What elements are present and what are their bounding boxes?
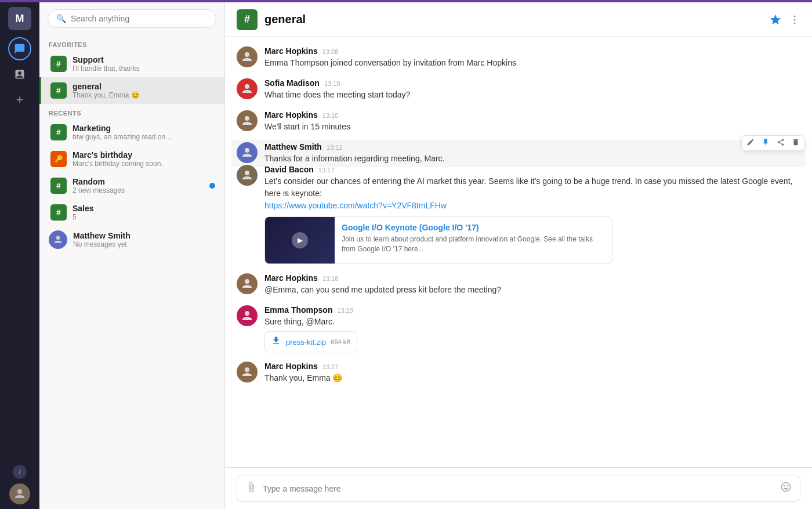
channel-icon-support: # xyxy=(50,56,67,72)
message-group-1: Marc Hopkins 13:08 Emma Thompson joined … xyxy=(237,46,800,69)
message-group-5: David Bacon 13:17 Let's consider our cha… xyxy=(237,165,800,264)
msg-author-1: Marc Hopkins xyxy=(264,46,318,56)
sidebar-item-general[interactable]: # general Thank you, Emma 😊 xyxy=(39,77,224,104)
svg-point-11 xyxy=(245,311,249,316)
sidebar-item-marketing[interactable]: # Marketing btw guys, an amazing read on… xyxy=(39,119,224,146)
message-actions-4 xyxy=(741,135,805,151)
msg-time-2: 13:10 xyxy=(324,80,340,87)
message-group-6: Marc Hopkins 13:18 @Emma, can you send m… xyxy=(237,273,800,296)
msg-time-3: 13:10 xyxy=(322,112,339,119)
msg-avatar-7 xyxy=(237,305,258,326)
search-icon: 🔍 xyxy=(56,14,66,23)
delete-message-button[interactable] xyxy=(792,138,800,148)
msg-time-4: 13:12 xyxy=(327,144,343,151)
channel-icon-sales: # xyxy=(50,204,67,221)
msg-author-3: Marc Hopkins xyxy=(264,110,318,120)
svg-point-5 xyxy=(245,52,249,57)
messages-area: Marc Hopkins 13:08 Emma Thompson joined … xyxy=(225,37,812,467)
link-thumbnail-5: ▶ xyxy=(265,217,335,263)
msg-author-2: Sofia Madison xyxy=(264,78,320,88)
chat-nav-icon[interactable] xyxy=(8,37,31,60)
add-workspace-button[interactable]: + xyxy=(8,88,31,111)
emoji-button[interactable] xyxy=(780,481,792,496)
msg-avatar-6 xyxy=(237,273,258,294)
dm-preview-matthew: No messages yet xyxy=(73,240,215,248)
channel-icon-general: # xyxy=(50,82,67,99)
channel-preview-marketing: btw guys, an amazing read on ... xyxy=(72,133,215,141)
main-chat: # general Marc Hopkins 13:08 Emma Thomps… xyxy=(225,2,812,509)
svg-point-12 xyxy=(245,367,249,372)
sidebar-item-marcs-birthday[interactable]: 🔑 Marc's birthday Marc's birthday coming… xyxy=(39,146,224,172)
message-input-box xyxy=(237,475,800,502)
svg-point-10 xyxy=(245,279,249,284)
contacts-nav-icon[interactable] xyxy=(8,63,31,86)
message-group-4: Matthew Smith 13:12 Thanks for a informa… xyxy=(232,140,805,167)
attach-file-button[interactable] xyxy=(245,481,257,496)
msg-text-7: Sure thing, @Marc. xyxy=(264,316,800,328)
more-options-button[interactable] xyxy=(789,14,800,26)
search-input[interactable] xyxy=(71,14,208,23)
edit-message-button[interactable] xyxy=(746,138,755,148)
message-group-2: Sofia Madison 13:10 What time does the m… xyxy=(237,78,800,101)
share-message-button[interactable] xyxy=(777,138,785,148)
channel-name-sales: Sales xyxy=(72,204,215,213)
file-attachment-7[interactable]: press-kit.zip 664 kB xyxy=(264,331,357,352)
sidebar-item-random[interactable]: # Random 2 new messages xyxy=(39,172,224,199)
channel-header-title: general xyxy=(264,13,769,26)
svg-point-0 xyxy=(17,489,22,494)
search-section: 🔍 xyxy=(39,2,224,35)
user-avatar-button[interactable]: M xyxy=(8,7,31,30)
header-actions xyxy=(769,13,800,26)
link-desc-5: Join us to learn about product and platf… xyxy=(342,234,605,254)
msg-link-5[interactable]: https://www.youtube.com/watch?v=Y2VF8tmL… xyxy=(264,201,447,210)
channel-preview-general: Thank you, Emma 😊 xyxy=(72,91,215,99)
msg-time-1: 13:08 xyxy=(322,48,339,55)
msg-author-4: Matthew Smith xyxy=(264,142,322,151)
channel-icon-marketing: # xyxy=(50,124,67,140)
svg-point-1 xyxy=(56,236,60,240)
msg-text-5: Let's consider our chances of entering t… xyxy=(264,175,800,212)
link-title-5[interactable]: Google I/O Keynote (Google I/O '17) xyxy=(342,223,605,232)
message-group-8: Marc Hopkins 13:27 Thank you, Emma 😊 xyxy=(237,362,800,384)
channel-header-icon: # xyxy=(237,9,258,30)
msg-time-6: 13:18 xyxy=(322,275,339,282)
profile-avatar[interactable] xyxy=(9,483,30,504)
chat-input-area xyxy=(225,467,812,509)
svg-point-8 xyxy=(245,148,249,153)
msg-avatar-5 xyxy=(237,165,258,186)
svg-point-6 xyxy=(245,84,249,89)
recents-label: RECENTS xyxy=(39,104,224,119)
file-name-7[interactable]: press-kit.zip xyxy=(286,338,326,346)
file-download-icon xyxy=(271,335,281,348)
msg-text-6: @Emma, can you send me updated press kit… xyxy=(264,284,800,296)
dm-avatar-matthew xyxy=(49,230,67,249)
svg-point-7 xyxy=(245,116,249,121)
msg-avatar-1 xyxy=(237,46,258,67)
svg-point-2 xyxy=(793,15,795,17)
message-input[interactable] xyxy=(263,484,774,493)
svg-point-4 xyxy=(793,22,795,24)
msg-author-5: David Bacon xyxy=(264,165,314,174)
sidebar-item-sales[interactable]: # Sales 5 xyxy=(39,199,224,226)
link-preview-5: ▶ Google I/O Keynote (Google I/O '17) Jo… xyxy=(264,216,612,264)
msg-author-8: Marc Hopkins xyxy=(264,362,318,371)
sidebar: 🔍 FAVORITES # Support I'll handle that, … xyxy=(39,2,225,509)
search-box[interactable]: 🔍 xyxy=(48,9,216,28)
msg-avatar-8 xyxy=(237,362,258,382)
channel-name-general: general xyxy=(72,82,215,91)
rail-bottom-actions: i xyxy=(9,465,30,504)
svg-point-9 xyxy=(245,171,249,175)
sidebar-item-matthew-smith[interactable]: Matthew Smith No messages yet xyxy=(39,226,224,254)
info-button[interactable]: i xyxy=(13,465,27,479)
star-button[interactable] xyxy=(769,13,782,26)
chat-header: # general xyxy=(225,2,812,37)
channel-name-random: Random xyxy=(72,177,204,186)
pin-message-button[interactable] xyxy=(762,138,770,148)
channel-preview-sales: 5 xyxy=(72,213,215,221)
channel-preview-random: 2 new messages xyxy=(72,186,204,194)
msg-text-2: What time does the meeting start today? xyxy=(264,89,800,101)
play-button[interactable]: ▶ xyxy=(292,232,308,248)
message-group-7: Emma Thompson 13:19 Sure thing, @Marc. p… xyxy=(237,305,800,352)
sidebar-item-support[interactable]: # Support I'll handle that, thanks xyxy=(39,50,224,77)
channel-name-marketing: Marketing xyxy=(72,124,215,133)
